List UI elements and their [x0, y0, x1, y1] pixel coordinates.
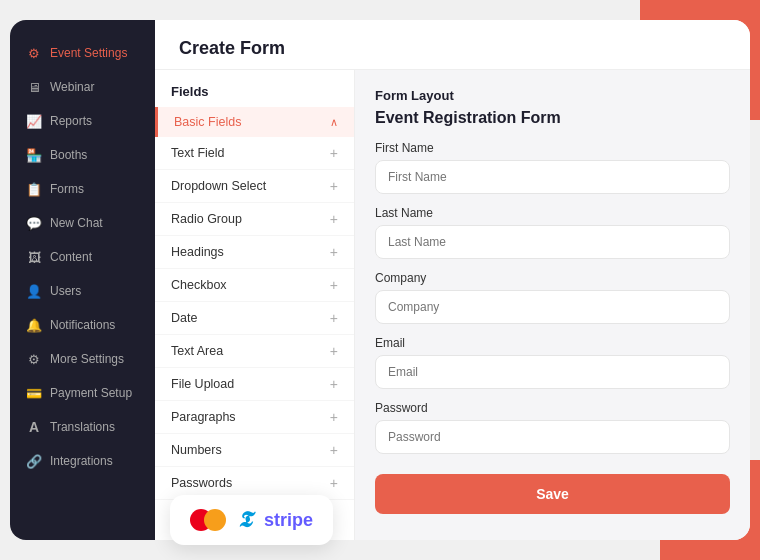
sidebar-item-event-settings[interactable]: ⚙ Event Settings	[10, 36, 155, 70]
form-layout-title: Form Layout	[375, 88, 730, 103]
form-input-password[interactable]	[375, 420, 730, 454]
integrations-icon: 🔗	[26, 453, 42, 469]
event-settings-icon: ⚙	[26, 45, 42, 61]
field-label-passwords: Passwords	[171, 476, 232, 490]
sidebar: ⚙ Event Settings 🖥 Webinar 📈 Reports 🏪 B…	[10, 20, 155, 540]
sidebar-label-notifications: Notifications	[50, 318, 115, 332]
payment-setup-icon: 💳	[26, 385, 42, 401]
sidebar-label-forms: Forms	[50, 182, 84, 196]
sidebar-label-integrations: Integrations	[50, 454, 113, 468]
fields-panel: Fields Basic Fields ∧ Text Field + Dropd…	[155, 70, 355, 540]
basic-fields-category[interactable]: Basic Fields ∧	[155, 107, 354, 137]
form-field-label-firstname: First Name	[375, 141, 730, 155]
form-event-title: Event Registration Form	[375, 109, 730, 127]
sidebar-label-payment-setup: Payment Setup	[50, 386, 132, 400]
form-field-group-email: Email	[375, 336, 730, 389]
plus-icon-date: +	[330, 310, 338, 326]
main-wrapper: ⚙ Event Settings 🖥 Webinar 📈 Reports 🏪 B…	[10, 20, 750, 540]
sidebar-label-translations: Translations	[50, 420, 115, 434]
form-input-lastname[interactable]	[375, 225, 730, 259]
mastercard-logo	[190, 509, 226, 531]
save-button[interactable]: Save	[375, 474, 730, 514]
sidebar-label-event-settings: Event Settings	[50, 46, 127, 60]
plus-icon-paragraphs: +	[330, 409, 338, 425]
notifications-icon: 🔔	[26, 317, 42, 333]
more-settings-icon: ⚙	[26, 351, 42, 367]
sidebar-label-booths: Booths	[50, 148, 87, 162]
field-label-file-upload: File Upload	[171, 377, 234, 391]
form-field-label-company: Company	[375, 271, 730, 285]
new-chat-icon: 💬	[26, 215, 42, 231]
field-item-file-upload[interactable]: File Upload +	[155, 368, 354, 401]
field-label-dropdown-select: Dropdown Select	[171, 179, 266, 193]
plus-icon-checkbox: +	[330, 277, 338, 293]
page-title: Create Form	[179, 38, 285, 58]
chevron-up-icon: ∧	[330, 116, 338, 129]
field-label-text-field: Text Field	[171, 146, 225, 160]
sidebar-item-content[interactable]: 🖼 Content	[10, 240, 155, 274]
field-label-headings: Headings	[171, 245, 224, 259]
sidebar-label-more-settings: More Settings	[50, 352, 124, 366]
form-field-label-email: Email	[375, 336, 730, 350]
field-item-text-area[interactable]: Text Area +	[155, 335, 354, 368]
sidebar-item-forms[interactable]: 📋 Forms	[10, 172, 155, 206]
sidebar-item-translations[interactable]: A Translations	[10, 410, 155, 444]
sidebar-label-webinar: Webinar	[50, 80, 94, 94]
sidebar-item-booths[interactable]: 🏪 Booths	[10, 138, 155, 172]
paypal-logo: 𝕿	[238, 507, 252, 533]
sidebar-item-webinar[interactable]: 🖥 Webinar	[10, 70, 155, 104]
basic-fields-label: Basic Fields	[174, 115, 241, 129]
field-item-date[interactable]: Date +	[155, 302, 354, 335]
sidebar-item-more-settings[interactable]: ⚙ More Settings	[10, 342, 155, 376]
plus-icon-numbers: +	[330, 442, 338, 458]
users-icon: 👤	[26, 283, 42, 299]
form-input-company[interactable]	[375, 290, 730, 324]
fields-header: Fields	[155, 70, 354, 107]
form-field-group-firstname: First Name	[375, 141, 730, 194]
sidebar-label-users: Users	[50, 284, 81, 298]
form-input-email[interactable]	[375, 355, 730, 389]
field-label-paragraphs: Paragraphs	[171, 410, 236, 424]
stripe-logo: stripe	[264, 510, 313, 531]
sidebar-item-notifications[interactable]: 🔔 Notifications	[10, 308, 155, 342]
field-label-checkbox: Checkbox	[171, 278, 227, 292]
page-header: Create Form	[155, 20, 750, 70]
field-item-numbers[interactable]: Numbers +	[155, 434, 354, 467]
plus-icon-headings: +	[330, 244, 338, 260]
field-item-dropdown-select[interactable]: Dropdown Select +	[155, 170, 354, 203]
payment-card: 𝕿 stripe	[170, 495, 333, 545]
field-item-text-field[interactable]: Text Field +	[155, 137, 354, 170]
form-input-firstname[interactable]	[375, 160, 730, 194]
sidebar-label-new-chat: New Chat	[50, 216, 103, 230]
plus-icon-radio-group: +	[330, 211, 338, 227]
field-label-radio-group: Radio Group	[171, 212, 242, 226]
plus-icon-text-field: +	[330, 145, 338, 161]
webinar-icon: 🖥	[26, 79, 42, 95]
sidebar-item-payment-setup[interactable]: 💳 Payment Setup	[10, 376, 155, 410]
sidebar-label-content: Content	[50, 250, 92, 264]
form-field-group-lastname: Last Name	[375, 206, 730, 259]
mastercard-circle-orange	[204, 509, 226, 531]
form-field-label-password: Password	[375, 401, 730, 415]
sidebar-item-reports[interactable]: 📈 Reports	[10, 104, 155, 138]
form-layout-panel: Form Layout Event Registration Form Firs…	[355, 70, 750, 540]
field-item-paragraphs[interactable]: Paragraphs +	[155, 401, 354, 434]
field-label-numbers: Numbers	[171, 443, 222, 457]
sidebar-item-integrations[interactable]: 🔗 Integrations	[10, 444, 155, 478]
two-col-layout: Fields Basic Fields ∧ Text Field + Dropd…	[155, 70, 750, 540]
sidebar-item-new-chat[interactable]: 💬 New Chat	[10, 206, 155, 240]
sidebar-label-reports: Reports	[50, 114, 92, 128]
form-field-group-password: Password	[375, 401, 730, 454]
field-label-text-area: Text Area	[171, 344, 223, 358]
forms-icon: 📋	[26, 181, 42, 197]
field-item-radio-group[interactable]: Radio Group +	[155, 203, 354, 236]
booths-icon: 🏪	[26, 147, 42, 163]
field-item-checkbox[interactable]: Checkbox +	[155, 269, 354, 302]
form-field-label-lastname: Last Name	[375, 206, 730, 220]
field-label-date: Date	[171, 311, 197, 325]
content-icon: 🖼	[26, 249, 42, 265]
field-item-headings[interactable]: Headings +	[155, 236, 354, 269]
plus-icon-passwords: +	[330, 475, 338, 491]
plus-icon-file-upload: +	[330, 376, 338, 392]
sidebar-item-users[interactable]: 👤 Users	[10, 274, 155, 308]
